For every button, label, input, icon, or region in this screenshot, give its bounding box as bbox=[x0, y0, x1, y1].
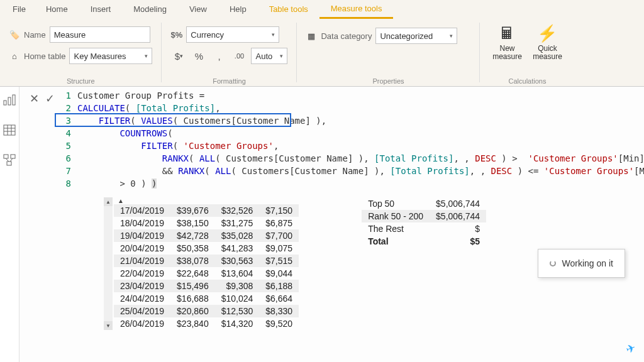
decimal-button[interactable]: .00 bbox=[231, 48, 247, 63]
percent-button[interactable]: % bbox=[191, 48, 207, 63]
svg-rect-2 bbox=[13, 95, 15, 105]
group-label-formatting: Formatting bbox=[170, 76, 287, 85]
table-row[interactable]: 24/04/2019$16,688$10,024$6,664 bbox=[114, 292, 299, 305]
table-row[interactable]: 20/04/2019$50,358$41,283$9,075 bbox=[114, 242, 299, 255]
ribbon-body: 🏷️ Name Measure ⌂ Home table Key Measure… bbox=[0, 19, 644, 87]
group-formatting: $% Currency▾ $▾ % , .00 Auto▾ Formatting bbox=[162, 19, 296, 86]
svg-rect-10 bbox=[7, 162, 11, 165]
quick-measure-icon: ⚡ bbox=[537, 24, 557, 43]
comma-button[interactable]: , bbox=[211, 48, 227, 63]
tab-insert[interactable]: Insert bbox=[79, 0, 123, 19]
table-row[interactable]: Rank 50 - 200$5,006,744 bbox=[362, 210, 486, 222]
scroll-down-icon[interactable]: ▼ bbox=[104, 321, 113, 330]
group-structure: 🏷️ Name Measure ⌂ Home table Key Measure… bbox=[0, 19, 161, 86]
scroll-up-icon[interactable]: ▲ bbox=[104, 197, 113, 206]
svg-rect-9 bbox=[11, 155, 15, 158]
tab-home[interactable]: Home bbox=[35, 0, 79, 19]
table-row[interactable]: Top 50$5,006,744 bbox=[362, 197, 486, 210]
main-area: ✕ ✓ 1Customer Group Profits = 2CALCULATE… bbox=[0, 87, 644, 362]
table-scrollbar[interactable]: ▲ ▼ bbox=[104, 197, 113, 330]
formula-bar: ✕ ✓ 1Customer Group Profits = 2CALCULATE… bbox=[19, 87, 644, 191]
svg-rect-0 bbox=[4, 101, 6, 105]
table-row[interactable]: Total$5 bbox=[362, 235, 486, 248]
chevron-down-icon: ▾ bbox=[272, 31, 275, 38]
group-properties: ▦ Data category Uncategorized▾ Propertie… bbox=[297, 19, 479, 86]
quick-measure-button[interactable]: ⚡ Quick measure bbox=[529, 24, 565, 61]
chevron-down-icon: ▾ bbox=[450, 33, 453, 39]
svg-rect-3 bbox=[4, 125, 15, 135]
table-row[interactable]: 25/04/2019$20,860$12,530$8,330 bbox=[114, 305, 299, 317]
table-row[interactable]: The Rest$ bbox=[362, 222, 486, 235]
report-canvas: ✕ ✓ 1Customer Group Profits = 2CALCULATE… bbox=[19, 87, 644, 362]
hometable-select[interactable]: Key Measures▾ bbox=[69, 48, 152, 64]
table-row[interactable]: 17/04/2019$39,676$32,526$7,150 bbox=[114, 204, 299, 217]
datacat-select[interactable]: Uncategorized▾ bbox=[375, 28, 457, 44]
table-row[interactable]: 19/04/2019$42,728$35,028$7,700 bbox=[114, 229, 299, 242]
format-prefix-label: $% bbox=[170, 30, 182, 40]
decimals-select[interactable]: Auto▾ bbox=[251, 48, 287, 64]
working-tooltip: Working on it bbox=[538, 249, 625, 278]
tab-help[interactable]: Help bbox=[218, 0, 258, 19]
name-input[interactable]: Measure bbox=[50, 26, 150, 43]
calculator-icon: 🖩 bbox=[499, 24, 515, 43]
new-measure-button[interactable]: 🖩 New measure bbox=[489, 24, 525, 61]
view-rail bbox=[0, 87, 19, 362]
tag-icon: 🏷️ bbox=[9, 29, 20, 40]
tab-measure-tools[interactable]: Measure tools bbox=[319, 0, 394, 19]
summary-table-visual[interactable]: Top 50$5,006,744Rank 50 - 200$5,006,744T… bbox=[362, 197, 486, 248]
group-calculations: 🖩 New measure ⚡ Quick measure Calculatio… bbox=[480, 19, 574, 86]
stepper-icon: ▾ bbox=[280, 53, 283, 59]
table-row[interactable]: 18/04/2019$38,150$31,275$6,875 bbox=[114, 217, 299, 229]
spinner-icon bbox=[550, 260, 556, 266]
table-row[interactable]: 21/04/2019$38,078$30,563$7,515 bbox=[114, 255, 299, 267]
tab-view[interactable]: View bbox=[178, 0, 218, 19]
format-select[interactable]: Currency▾ bbox=[186, 26, 279, 43]
tab-table-tools[interactable]: Table tools bbox=[258, 0, 319, 19]
table-row[interactable]: 23/04/2019$15,496$9,308$6,188 bbox=[114, 280, 299, 292]
report-view-icon[interactable] bbox=[0, 90, 19, 109]
svg-rect-1 bbox=[8, 97, 11, 105]
hometable-label: Home table bbox=[24, 52, 65, 61]
category-icon: ▦ bbox=[306, 30, 317, 41]
tab-modeling[interactable]: Modeling bbox=[122, 0, 178, 19]
datacat-label: Data category bbox=[321, 31, 372, 41]
tab-file[interactable]: File bbox=[4, 0, 35, 19]
commit-formula-button[interactable]: ✓ bbox=[45, 92, 55, 106]
formula-editor[interactable]: 1Customer Group Profits = 2CALCULATE( [T… bbox=[60, 89, 644, 190]
date-table-visual[interactable]: 17/04/2019$39,676$32,526$7,15018/04/2019… bbox=[114, 204, 299, 330]
table-row[interactable]: 22/04/2019$22,648$13,604$9,044 bbox=[114, 267, 299, 280]
home-icon: ⌂ bbox=[9, 50, 20, 62]
ribbon-tabs: File Home Insert Modeling View Help Tabl… bbox=[0, 0, 644, 19]
cancel-formula-button[interactable]: ✕ bbox=[30, 92, 39, 106]
chevron-down-icon: ▾ bbox=[145, 53, 148, 59]
group-label-properties: Properties bbox=[306, 76, 470, 85]
svg-line-11 bbox=[6, 158, 9, 162]
svg-line-12 bbox=[10, 158, 13, 162]
group-label-calculations: Calculations bbox=[489, 76, 565, 85]
svg-rect-8 bbox=[4, 155, 8, 158]
data-view-icon[interactable] bbox=[0, 121, 19, 140]
currency-button[interactable]: $▾ bbox=[170, 48, 187, 63]
model-view-icon[interactable] bbox=[0, 151, 19, 170]
group-label-structure: Structure bbox=[9, 76, 152, 85]
table-row[interactable]: 26/04/2019$23,840$14,320$9,520 bbox=[114, 317, 299, 330]
name-label: Name bbox=[24, 30, 46, 40]
